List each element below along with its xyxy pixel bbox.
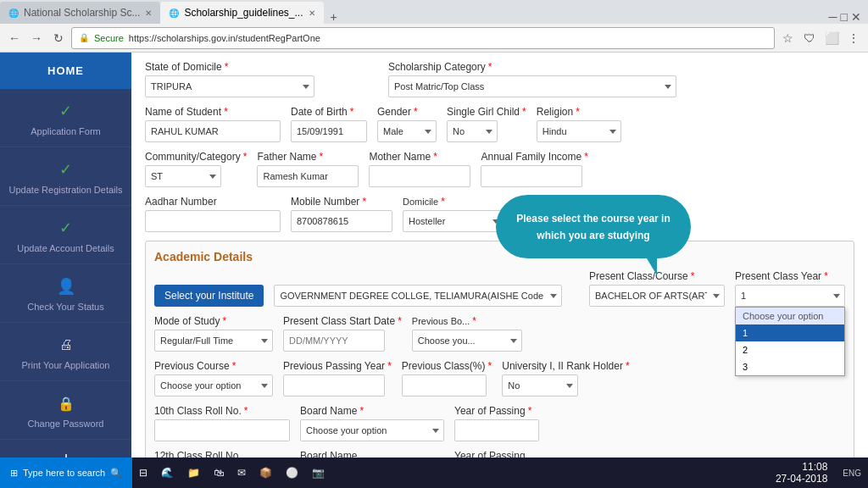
single-girl-label: Single Girl Child * (447, 106, 526, 118)
mode-select[interactable]: Regular/Full Time (154, 330, 273, 352)
url-text: https://scholarships.gov.in/studentRegPa… (129, 33, 320, 43)
dropdown-option-2[interactable]: 2 (736, 341, 844, 358)
callout-wrap: Please select the course year in which y… (496, 195, 691, 258)
roll12-label: 12th Class Roll No. (154, 450, 290, 458)
close-window-button[interactable]: ✕ (851, 10, 861, 24)
taskbar-apps: ⊟ 🌊 📁 🛍 ✉ 📦 ⚪ 📷 (132, 458, 331, 488)
address-bar[interactable]: 🔒 Secure https://scholarships.gov.in/stu… (71, 27, 775, 49)
tab-scholarship-guidelines[interactable]: 🌐 Scholarship_guidelines_... ✕ (160, 2, 323, 24)
taskbar-store[interactable]: 🛍 (207, 458, 231, 488)
taskbar-explorer[interactable]: 📁 (181, 458, 207, 488)
tab-close-2[interactable]: ✕ (309, 8, 315, 18)
sidebar-home[interactable]: HOME (0, 53, 131, 89)
religion-select[interactable]: Hindu (537, 120, 621, 142)
mother-name-input[interactable] (369, 165, 470, 187)
prev-class-pct-input[interactable] (402, 374, 487, 396)
academic-section: Academic Details Select your Institute G… (145, 241, 854, 458)
mother-name-label: Mother Name * (369, 151, 470, 163)
taskbar-chrome[interactable]: ⚪ (279, 458, 305, 488)
sidebar-item-print-application[interactable]: 🖨 Print Your Application (0, 323, 131, 381)
year12-label: Year of Passing (454, 450, 539, 458)
menu-button[interactable]: ⋮ (844, 29, 863, 47)
tab-close-1[interactable]: ✕ (145, 8, 152, 18)
board10-select[interactable]: Choose your option (300, 419, 444, 441)
start-date-input[interactable] (283, 330, 385, 352)
sidebar-label-application-form: Application Form (31, 126, 101, 136)
single-girl-select[interactable]: No (447, 120, 498, 142)
prev-course-select[interactable]: Choose your option (154, 374, 273, 396)
class-year-dropdown-container[interactable]: 1 Choose your option 1 2 3 (735, 285, 845, 307)
logout-icon: ⏻ (54, 450, 78, 458)
print-icon: 🖨 (54, 333, 78, 357)
prev-board-select[interactable]: Choose you... (412, 330, 522, 352)
taskbar-amazon[interactable]: 📦 (253, 458, 279, 488)
gender-select[interactable]: Male (377, 120, 437, 142)
sidebar-label-update-reg: Update Registration Details (9, 185, 123, 195)
taskbar-time: 11:08 27-04-2018 (767, 461, 836, 485)
bookmark-button[interactable]: ☆ (778, 29, 797, 47)
class-year-select[interactable]: 1 (735, 285, 845, 307)
prev-passing-input[interactable] (283, 374, 385, 396)
uni-rank-select[interactable]: No (502, 374, 578, 396)
sidebar-item-logout[interactable]: ⏻ Logout (0, 440, 131, 458)
year10-input[interactable] (454, 419, 539, 441)
course-label: Present Class/Course * (589, 270, 725, 282)
mobile-input[interactable] (291, 210, 392, 232)
taskbar-task-view[interactable]: ⊟ (132, 458, 154, 488)
sidebar-item-change-password[interactable]: 🔒 Change Password (0, 381, 131, 440)
sidebar-label-print: Print Your Application (22, 360, 110, 370)
sidebar-item-update-account[interactable]: ✓ Update Account Details (0, 206, 131, 264)
tab-national-scholarship[interactable]: 🌐 National Scholarship Sc... ✕ (0, 2, 160, 24)
taskbar-edge[interactable]: 🌊 (154, 458, 181, 488)
institute-select[interactable]: GOVERNMENT DEGREE COLLGE, TELIAMURA(AISH… (274, 285, 562, 307)
minimize-button[interactable]: ─ (829, 10, 837, 24)
aadhar-label: Aadhar Number (145, 196, 281, 208)
tab-label-2: Scholarship_guidelines_... (184, 7, 303, 19)
callout-arrow (647, 258, 657, 275)
taskbar-mail[interactable]: ✉ (231, 458, 253, 488)
dob-input[interactable] (291, 120, 367, 142)
roll10-input[interactable] (154, 419, 290, 441)
callout-text: Please select the course year in which y… (516, 213, 670, 241)
scholarship-label: Scholarship Category * (388, 61, 854, 73)
dropdown-option-header[interactable]: Choose your option (736, 308, 844, 324)
sidebar-item-application-form[interactable]: ✓ Application Form (0, 89, 131, 147)
scholarship-select[interactable]: Post Matric/Top Class (388, 75, 676, 97)
year10-label: Year of Passing * (454, 405, 539, 417)
course-select[interactable]: BACHELOR OF ARTS(ARTS) (589, 285, 725, 307)
aadhar-input[interactable] (145, 210, 281, 232)
ext-button[interactable]: ⬜ (822, 29, 841, 47)
reload-button[interactable]: ↻ (49, 29, 68, 47)
father-name-input[interactable] (257, 165, 359, 187)
domicile-select[interactable]: Hosteller (403, 210, 504, 232)
maximize-button[interactable]: □ (841, 10, 848, 24)
dropdown-option-1[interactable]: 1 (736, 324, 844, 341)
start-button[interactable]: ⊞ Type here to search 🔍 (0, 458, 132, 488)
check-status-icon: 👤 (54, 274, 78, 298)
state-select[interactable]: TRIPURA (145, 75, 314, 97)
dob-label: Date of Birth * (291, 106, 367, 118)
annual-income-label: Annual Family Income * (481, 151, 854, 163)
forward-button[interactable]: → (27, 29, 46, 47)
prev-board-label: Previous Bo... * (412, 315, 522, 327)
community-select[interactable]: ST (145, 165, 221, 187)
password-icon: 🔒 (54, 391, 78, 415)
gender-label: Gender * (377, 106, 437, 118)
taskbar-camera[interactable]: 📷 (305, 458, 331, 488)
select-institute-button[interactable]: Select your Institute (154, 285, 264, 307)
secure-badge: Secure (94, 33, 124, 43)
annual-income-input[interactable] (481, 165, 582, 187)
sidebar-item-update-registration[interactable]: ✓ Update Registration Details (0, 147, 131, 206)
student-name-input[interactable] (145, 120, 281, 142)
new-tab-button[interactable]: + (324, 10, 344, 24)
board10-label: Board Name * (300, 405, 444, 417)
student-name-label: Name of Student * (145, 106, 281, 118)
back-button[interactable]: ← (5, 29, 24, 47)
sidebar-label-update-acct: Update Account Details (17, 243, 114, 253)
prev-class-pct-label: Previous Class(%) * (402, 360, 492, 372)
shield-button[interactable]: 🛡 (800, 29, 819, 47)
sidebar-item-check-status[interactable]: 👤 Check Your Status (0, 264, 131, 323)
dropdown-option-3[interactable]: 3 (736, 358, 844, 375)
class-year-label: Present Class Year * (735, 270, 845, 282)
community-label: Community/Category * (145, 151, 247, 163)
